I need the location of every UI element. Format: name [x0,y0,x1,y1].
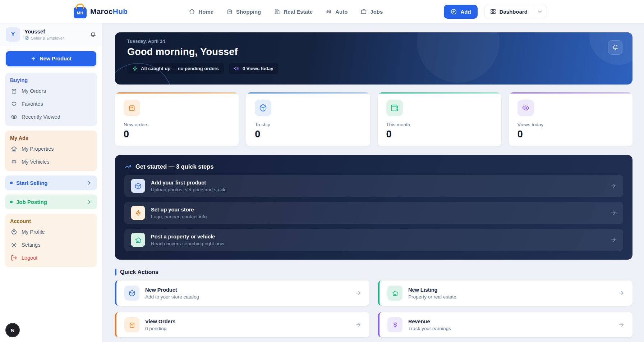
new-product-button[interactable]: New Product [6,51,96,66]
sidebar-item-label: Recently Viewed [22,114,60,120]
sidebar-section-my-ads: My Ads My Properties My Vehicles [5,131,97,171]
notifications-button[interactable] [608,40,622,55]
zap-icon [131,206,145,220]
sidebar-item-my-properties[interactable]: My Properties [10,142,92,155]
avatar: Y [6,27,20,42]
sidebar-item-favorites[interactable]: Favorites [10,97,92,110]
heart-icon [11,101,17,107]
step-post-property-vehicle[interactable]: Post a property or vehicle Reach buyers … [124,229,623,251]
step-text: Set up your store Logo, banner, contact … [151,207,207,219]
home-icon [11,146,17,152]
stat-value: 0 [124,129,230,140]
stat-card-new-orders[interactable]: New orders 0 [115,92,239,146]
home-icon [387,286,402,301]
top-navbar: MH MarocHub Home Shopping Real Estate Au… [0,0,644,23]
step-subtitle: Upload photos, set price and stock [151,187,225,192]
sidebar-item-settings[interactable]: Settings [10,238,92,251]
arrow-right-icon [355,290,362,296]
quick-actions-grid: New Product Add to your store catalog Ne… [115,281,632,337]
quick-action-revenue[interactable]: Revenue Track your earnings [378,312,632,337]
nav-item-real-estate[interactable]: Real Estate [274,8,313,15]
dashboard-button-label: Dashboard [500,9,528,15]
arrow-right-icon [610,210,617,216]
step-add-first-product[interactable]: Add your first product Upload photos, se… [124,175,623,197]
arrow-right-icon [618,290,625,296]
main-content: Tuesday, April 14 Good morning, Youssef … [115,32,632,337]
sidebar: Y Youssef Seller & Employer New Product … [0,23,102,342]
quick-action-title: View Orders [145,319,175,324]
stat-value: 0 [518,129,624,140]
sidebar-item-logout[interactable]: Logout [10,251,92,264]
car-icon [11,159,17,165]
add-button[interactable]: Add [444,5,477,19]
wallet-icon [386,100,403,116]
arrow-right-icon [355,322,362,328]
quick-action-new-listing[interactable]: New Listing Property or real estate [378,281,632,306]
accent-bar [115,269,116,275]
stat-label: New orders [124,122,230,127]
stat-card-this-month[interactable]: This month 0 [378,92,501,146]
sidebar-section-buying: Buying My Orders Favorites Recently View… [5,73,97,126]
nav-label: Jobs [370,9,383,15]
brand-badge-icon: MH [74,7,87,18]
nav-item-jobs[interactable]: Jobs [360,8,383,15]
quick-action-new-product[interactable]: New Product Add to your store catalog [115,281,369,306]
dashboard-button[interactable]: Dashboard [484,5,533,18]
quick-action-text: New Listing Property or real estate [408,287,456,300]
briefcase-icon [360,8,367,15]
status-badge-label: 0 Views today [243,66,273,71]
stat-value: 0 [255,129,361,140]
page-title: Good morning, Youssef [127,46,620,58]
bell-icon[interactable] [90,31,96,38]
brand-name-primary: Maroc [90,7,113,15]
quick-actions-title: Quick Actions [120,269,158,275]
nav-item-shopping[interactable]: Shopping [226,8,261,15]
badge-check-icon [24,36,29,40]
sidebar-item-start-selling[interactable]: Start Selling [5,175,97,190]
shopping-bag-icon [124,100,140,116]
user-info: Youssef Seller & Employer [24,28,64,40]
sidebar-item-label: Settings [22,242,40,248]
package-icon [255,100,271,116]
nav-item-auto[interactable]: Auto [326,8,348,15]
trending-up-icon [124,163,132,170]
sidebar-item-job-posting[interactable]: Job Posting [5,195,97,209]
sidebar-item-my-vehicles[interactable]: My Vehicles [10,155,92,168]
quick-action-subtitle: Add to your store catalog [145,294,199,300]
dashboard-dropdown-toggle[interactable] [533,5,547,18]
nav-item-home[interactable]: Home [189,8,213,15]
decorative-circle [417,32,500,83]
user-name: Youssef [24,28,64,35]
start-selling-label: Start Selling [16,180,48,186]
sidebar-item-label: My Orders [22,88,46,94]
quick-action-title: Revenue [408,319,451,324]
quick-action-view-orders[interactable]: View Orders 0 pending [115,312,369,337]
sidebar-item-my-orders[interactable]: My Orders [10,85,92,97]
logout-icon [11,255,17,261]
sidebar-item-label: Logout [22,255,37,261]
shopping-bag-icon [11,88,17,94]
sidebar-item-recently-viewed[interactable]: Recently Viewed [10,110,92,123]
step-set-up-store[interactable]: Set up your store Logo, banner, contact … [124,202,623,224]
quick-action-subtitle: Track your earnings [408,326,451,331]
plus-circle-icon [450,8,457,15]
get-started-panel: Get started — 3 quick steps Add your fir… [115,155,632,260]
plus-icon [31,56,36,61]
add-button-label: Add [460,9,471,15]
chevron-right-icon [87,180,92,186]
quick-action-text: View Orders 0 pending [145,319,175,331]
sidebar-item-my-profile[interactable]: My Profile [10,225,92,238]
section-title-my-ads: My Ads [10,135,92,141]
user-profile-row[interactable]: Y Youssef Seller & Employer [0,23,102,46]
arrow-right-icon [618,322,625,328]
dev-tools-badge[interactable]: N [5,323,20,337]
stat-card-to-ship[interactable]: To ship 0 [246,92,370,146]
step-subtitle: Reach buyers searching right now [151,241,224,246]
stat-label: To ship [255,122,361,127]
sidebar-item-label: My Profile [22,229,45,235]
stat-card-views-today[interactable]: Views today 0 [509,92,632,146]
user-role: Seller & Employer [24,36,64,40]
user-circle-icon [11,229,17,235]
arrow-right-icon [610,237,617,243]
brand-logo[interactable]: MH MarocHub [74,5,128,18]
